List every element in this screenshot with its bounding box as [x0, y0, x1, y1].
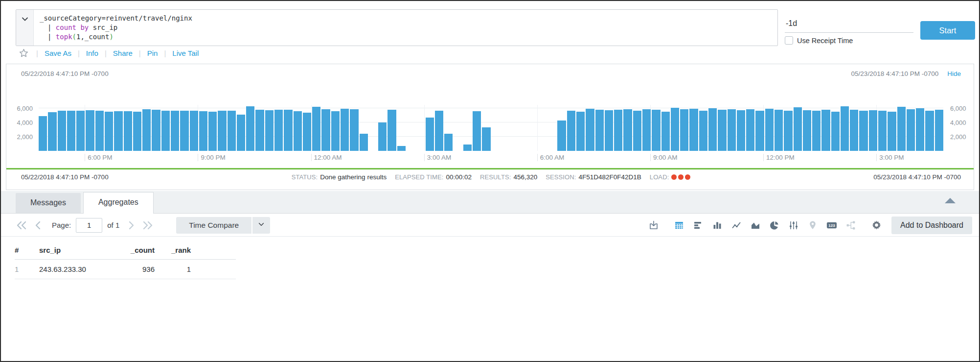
histogram-bar[interactable]: [303, 113, 311, 151]
line-chart-icon[interactable]: [731, 220, 742, 231]
column-header-_count[interactable]: _count: [112, 246, 155, 254]
histogram-bar[interactable]: [794, 107, 802, 151]
histogram-bar[interactable]: [463, 145, 472, 151]
histogram-bar[interactable]: [124, 111, 132, 151]
collapse-results-icon[interactable]: [945, 198, 956, 203]
page-number-input[interactable]: [76, 218, 102, 233]
histogram-bar[interactable]: [482, 127, 490, 151]
histogram-bar[interactable]: [576, 112, 585, 151]
histogram-bar[interactable]: [397, 146, 406, 151]
histogram-bar[interactable]: [784, 111, 792, 151]
action-link-save-as[interactable]: Save As: [45, 49, 71, 57]
histogram-bar[interactable]: [321, 109, 330, 151]
histogram-bar[interactable]: [341, 109, 349, 151]
histogram-bar[interactable]: [935, 110, 943, 151]
histogram-bar[interactable]: [803, 110, 811, 151]
histogram-bar[interactable]: [567, 111, 575, 151]
histogram-bar[interactable]: [48, 112, 56, 151]
histogram-bar[interactable]: [180, 111, 188, 151]
action-link-live-tail[interactable]: Live Tail: [172, 49, 199, 57]
tab-messages[interactable]: Messages: [16, 193, 81, 213]
action-link-share[interactable]: Share: [113, 49, 133, 57]
histogram-bar[interactable]: [228, 111, 236, 151]
hide-chart-link[interactable]: Hide: [947, 70, 961, 77]
histogram-bar[interactable]: [58, 111, 66, 151]
histogram-bar[interactable]: [737, 110, 745, 151]
histogram-bar[interactable]: [765, 109, 774, 151]
histogram-bar[interactable]: [680, 109, 688, 151]
histogram-bar[interactable]: [312, 107, 320, 151]
column-header-index[interactable]: #: [15, 246, 39, 254]
histogram-bar[interactable]: [888, 112, 896, 151]
histogram-bar[interactable]: [255, 110, 264, 151]
histogram-bar[interactable]: [557, 121, 566, 151]
histogram-bar[interactable]: [775, 110, 783, 151]
table-icon[interactable]: [674, 220, 684, 231]
download-icon[interactable]: [648, 220, 659, 231]
histogram-bar[interactable]: [652, 110, 660, 151]
histogram-bar[interactable]: [728, 109, 736, 151]
time-range-input[interactable]: [785, 18, 913, 33]
histogram-bar[interactable]: [595, 110, 604, 151]
histogram-bar[interactable]: [614, 110, 622, 151]
histogram-bar[interactable]: [586, 109, 594, 151]
histogram-bar[interactable]: [435, 111, 443, 151]
histogram-bar[interactable]: [67, 111, 75, 151]
histogram-bar[interactable]: [114, 111, 122, 151]
histogram-bar[interactable]: [76, 111, 85, 151]
histogram-bar[interactable]: [237, 115, 245, 151]
histogram-plot[interactable]: 2,0002,0004,0004,0006,0006,000: [39, 105, 943, 151]
add-to-dashboard-button[interactable]: Add to Dashboard: [891, 217, 972, 234]
start-button[interactable]: Start: [920, 21, 975, 40]
histogram-bar[interactable]: [907, 109, 915, 151]
histogram-bar[interactable]: [265, 110, 273, 151]
histogram-bar[interactable]: [821, 110, 830, 151]
histogram-bar[interactable]: [133, 112, 141, 151]
query-text[interactable]: _sourceCategory=reinvent/travel/nginx| c…: [34, 10, 198, 46]
histogram-bar[interactable]: [859, 111, 867, 151]
histogram-bar[interactable]: [350, 109, 358, 151]
histogram-bar[interactable]: [387, 110, 396, 151]
histogram-bar[interactable]: [331, 111, 340, 151]
favorite-star-icon[interactable]: [19, 48, 29, 58]
histogram-bar[interactable]: [190, 111, 198, 151]
column-chart-icon[interactable]: [712, 220, 723, 231]
histogram-bar[interactable]: [39, 116, 47, 151]
histogram-bar[interactable]: [812, 111, 820, 151]
histogram-bar[interactable]: [95, 111, 104, 151]
histogram-bar[interactable]: [218, 111, 226, 151]
column-header-_rank[interactable]: _rank: [155, 246, 191, 254]
histogram-bar[interactable]: [916, 108, 924, 151]
histogram-bar[interactable]: [473, 111, 481, 151]
time-compare-button[interactable]: Time Compare: [176, 217, 251, 234]
sliders-icon[interactable]: [788, 220, 799, 231]
histogram-bar[interactable]: [378, 122, 387, 151]
histogram-bar[interactable]: [841, 106, 849, 151]
number-123-icon[interactable]: 123: [826, 220, 837, 231]
histogram-bar[interactable]: [86, 110, 94, 151]
histogram-bar[interactable]: [294, 111, 302, 151]
action-link-info[interactable]: Info: [86, 49, 98, 57]
histogram-bar[interactable]: [746, 109, 754, 151]
histogram-bar[interactable]: [199, 111, 207, 151]
histogram-bar[interactable]: [671, 108, 679, 151]
histogram-bar[interactable]: [689, 109, 698, 151]
table-row[interactable]: 1243.63.233.309361: [15, 260, 236, 279]
last-page-button[interactable]: [142, 221, 154, 230]
histogram-bar[interactable]: [246, 106, 254, 151]
histogram-bar[interactable]: [105, 112, 113, 151]
gear-icon[interactable]: [871, 220, 882, 231]
histogram-bar[interactable]: [360, 134, 368, 151]
histogram-bar[interactable]: [925, 111, 934, 151]
query-collapse-toggle[interactable]: [16, 10, 34, 46]
first-page-button[interactable]: [16, 221, 27, 230]
area-chart-icon[interactable]: [750, 220, 761, 231]
query-editor[interactable]: _sourceCategory=reinvent/travel/nginx| c…: [16, 9, 778, 46]
histogram-bar[interactable]: [605, 110, 613, 151]
histogram-bar[interactable]: [878, 111, 887, 151]
histogram-bar[interactable]: [642, 109, 651, 151]
histogram-bar[interactable]: [208, 112, 217, 151]
histogram-bar[interactable]: [444, 134, 453, 151]
action-link-pin[interactable]: Pin: [147, 49, 158, 57]
histogram-bar[interactable]: [850, 110, 858, 151]
